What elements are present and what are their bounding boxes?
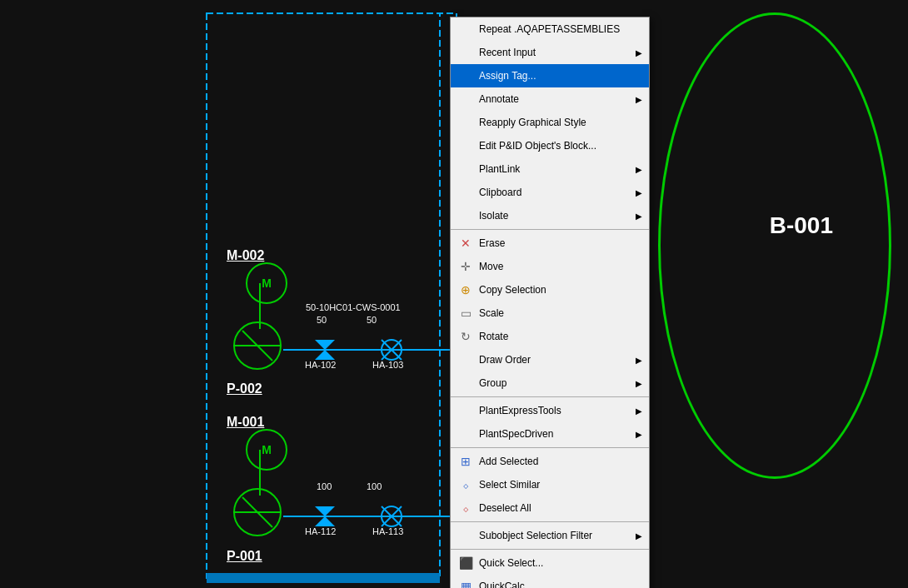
menu-item-label-recent_input: Recent Input bbox=[479, 47, 636, 58]
motor-pump-pipe-lower bbox=[252, 450, 268, 496]
menu-item-icon-edit_pid bbox=[457, 137, 474, 154]
menu-item-icon-select_similar: ⬦ bbox=[457, 476, 474, 493]
menu-item-arrow-isolate: ▶ bbox=[636, 212, 642, 221]
menu-item-label-assign_tag: Assign Tag... bbox=[479, 70, 642, 82]
menu-item-label-erase: Erase bbox=[479, 237, 642, 249]
menu-item-deselect_all[interactable]: ⬦Deselect All bbox=[451, 496, 649, 520]
menu-separator-isolate bbox=[451, 229, 649, 230]
menu-item-label-copy_selection: Copy Selection bbox=[479, 284, 642, 296]
menu-item-move[interactable]: ✛Move bbox=[451, 255, 649, 278]
menu-item-icon-add_selected: ⊞ bbox=[457, 453, 474, 470]
menu-item-plant_spec[interactable]: PlantSpecDriven▶ bbox=[451, 422, 649, 446]
menu-item-annotate[interactable]: Annotate▶ bbox=[451, 87, 649, 111]
menu-item-subobject_filter[interactable]: Subobject Selection Filter▶ bbox=[451, 524, 649, 547]
label-m002: M-002 bbox=[227, 248, 264, 263]
menu-item-icon-plant_spec bbox=[457, 426, 474, 442]
menu-separator-group bbox=[451, 396, 649, 397]
menu-item-quick_select[interactable]: ⬛Quick Select... bbox=[451, 551, 649, 575]
menu-item-reapply_style[interactable]: Reapply Graphical Style bbox=[451, 111, 649, 134]
menu-item-icon-reapply_style bbox=[457, 114, 474, 131]
menu-item-label-clipboard: Clipboard bbox=[479, 187, 636, 198]
label-m001: M-001 bbox=[227, 415, 264, 430]
menu-item-icon-rotate: ↻ bbox=[457, 328, 474, 345]
pipe-size3: 100 bbox=[317, 481, 332, 491]
menu-item-arrow-recent_input: ▶ bbox=[636, 48, 642, 57]
menu-item-label-add_selected: Add Selected bbox=[479, 456, 642, 467]
context-menu: Repeat .AQAPETASSEMBLIESRecent Input▶Ass… bbox=[450, 17, 650, 588]
menu-item-assign_tag[interactable]: Assign Tag... bbox=[451, 64, 649, 87]
menu-item-icon-quickcalc: ▦ bbox=[457, 578, 474, 588]
menu-item-label-rotate: Rotate bbox=[479, 331, 642, 342]
pipe-size1: 50 bbox=[317, 315, 327, 325]
b001-label: B-001 bbox=[770, 212, 833, 239]
menu-item-icon-erase: ✕ bbox=[457, 235, 474, 252]
menu-item-arrow-subobject_filter: ▶ bbox=[636, 531, 642, 541]
menu-item-label-select_similar: Select Similar bbox=[479, 479, 642, 491]
menu-item-label-scale: Scale bbox=[479, 307, 642, 319]
menu-item-icon-quick_select: ⬛ bbox=[457, 555, 474, 571]
menu-item-icon-repeat bbox=[457, 21, 474, 37]
menu-item-add_selected[interactable]: ⊞Add Selected bbox=[451, 450, 649, 473]
pipe-tag-label: 50-10HC01-CWS-0001 bbox=[306, 302, 401, 312]
menu-item-icon-scale: ▭ bbox=[457, 305, 474, 321]
menu-item-label-deselect_all: Deselect All bbox=[479, 502, 642, 514]
menu-item-icon-recent_input bbox=[457, 44, 474, 61]
menu-item-label-edit_pid: Edit P&ID Object's Block... bbox=[479, 140, 642, 152]
menu-item-label-reapply_style: Reapply Graphical Style bbox=[479, 117, 642, 128]
pipe-size4: 100 bbox=[367, 481, 382, 491]
menu-item-arrow-annotate: ▶ bbox=[636, 95, 642, 104]
menu-item-icon-isolate bbox=[457, 207, 474, 224]
menu-item-label-draw_order: Draw Order bbox=[479, 354, 636, 366]
motor-pump-pipe-upper bbox=[252, 283, 268, 329]
menu-item-clipboard[interactable]: Clipboard▶ bbox=[451, 181, 649, 204]
menu-item-repeat[interactable]: Repeat .AQAPETASSEMBLIES bbox=[451, 17, 649, 41]
menu-item-isolate[interactable]: Isolate▶ bbox=[451, 204, 649, 227]
menu-item-label-group: Group bbox=[479, 377, 636, 389]
label-p002: P-002 bbox=[227, 381, 262, 396]
menu-item-label-isolate: Isolate bbox=[479, 210, 636, 222]
menu-separator-deselect_all bbox=[451, 521, 649, 522]
menu-item-quickcalc[interactable]: ▦QuickCalc bbox=[451, 575, 649, 588]
menu-item-plantlink[interactable]: PlantLink▶ bbox=[451, 157, 649, 181]
pipe-size2: 50 bbox=[367, 315, 377, 325]
svg-marker-19 bbox=[315, 506, 335, 516]
menu-item-arrow-plant_spec: ▶ bbox=[636, 430, 642, 439]
menu-separator-plant_spec bbox=[451, 447, 649, 448]
menu-item-icon-deselect_all: ⬦ bbox=[457, 500, 474, 516]
menu-item-rotate[interactable]: ↻Rotate bbox=[451, 325, 649, 348]
menu-item-draw_order[interactable]: Draw Order▶ bbox=[451, 348, 649, 371]
menu-item-label-quickcalc: QuickCalc bbox=[479, 581, 642, 588]
menu-item-label-repeat: Repeat .AQAPETASSEMBLIES bbox=[479, 23, 642, 35]
menu-item-label-plant_spec: PlantSpecDriven bbox=[479, 428, 636, 440]
ha102-label: HA-102 bbox=[305, 360, 336, 370]
menu-item-arrow-plantlink: ▶ bbox=[636, 165, 642, 174]
menu-item-arrow-clipboard: ▶ bbox=[636, 188, 642, 197]
menu-item-label-quick_select: Quick Select... bbox=[479, 557, 642, 569]
b001-circle bbox=[658, 12, 891, 479]
ha103-label: HA-103 bbox=[372, 360, 403, 370]
menu-item-erase[interactable]: ✕Erase bbox=[451, 232, 649, 255]
menu-item-arrow-group: ▶ bbox=[636, 379, 642, 388]
menu-item-label-move: Move bbox=[479, 261, 642, 272]
menu-item-recent_input[interactable]: Recent Input▶ bbox=[451, 41, 649, 64]
svg-marker-12 bbox=[315, 340, 335, 350]
menu-item-select_similar[interactable]: ⬦Select Similar bbox=[451, 473, 649, 496]
menu-item-edit_pid[interactable]: Edit P&ID Object's Block... bbox=[451, 134, 649, 157]
menu-item-copy_selection[interactable]: ⊕Copy Selection bbox=[451, 278, 649, 301]
menu-item-group[interactable]: Group▶ bbox=[451, 371, 649, 395]
ha112-label: HA-112 bbox=[305, 526, 336, 536]
menu-item-label-annotate: Annotate bbox=[479, 93, 636, 105]
menu-item-scale[interactable]: ▭Scale bbox=[451, 301, 649, 325]
menu-item-icon-clipboard bbox=[457, 184, 474, 201]
menu-item-icon-plant_express bbox=[457, 402, 474, 419]
menu-item-icon-draw_order bbox=[457, 351, 474, 368]
menu-item-label-plantlink: PlantLink bbox=[479, 163, 636, 175]
ha113-label: HA-113 bbox=[372, 526, 403, 536]
menu-item-plant_express[interactable]: PlantExpressTools▶ bbox=[451, 399, 649, 422]
menu-item-icon-assign_tag bbox=[457, 67, 474, 84]
menu-item-arrow-draw_order: ▶ bbox=[636, 356, 642, 365]
menu-item-icon-annotate bbox=[457, 91, 474, 107]
menu-item-label-plant_express: PlantExpressTools bbox=[479, 405, 636, 416]
menu-item-arrow-plant_express: ▶ bbox=[636, 406, 642, 416]
label-p001: P-001 bbox=[227, 549, 262, 564]
